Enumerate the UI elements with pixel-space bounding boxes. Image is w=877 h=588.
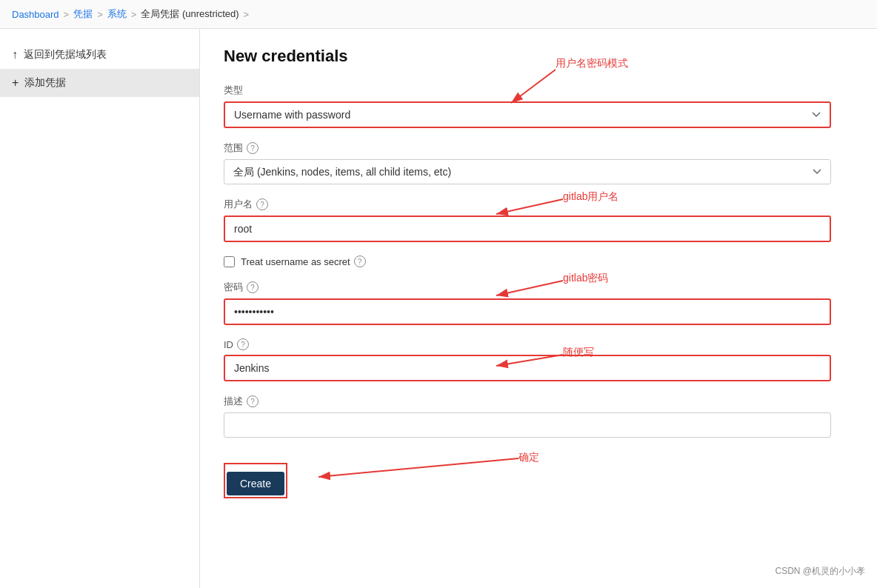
scope-group: 范围 ? 全局 (Jenkins, nodes, items, all chil… [224,141,831,184]
sidebar-back-label: 返回到凭据域列表 [24,48,107,61]
id-label: ID ? [224,338,831,350]
scope-help-icon[interactable]: ? [247,142,259,154]
breadcrumb-sep-3: > [131,9,137,20]
breadcrumb-dashboard[interactable]: Dashboard [12,9,59,20]
id-input[interactable] [224,355,831,381]
treat-secret-label: Treat username as secret ? [241,255,366,267]
description-help-icon[interactable]: ? [247,395,259,407]
sidebar-add-credentials[interactable]: + 添加凭据 [0,69,199,97]
type-group: 类型 Username with passwordSSH Username wi… [224,84,831,128]
sidebar: ↑ 返回到凭据域列表 + 添加凭据 [0,29,200,588]
scope-select[interactable]: 全局 (Jenkins, nodes, items, all child ite… [224,159,831,184]
breadcrumb-sep-1: > [64,9,70,20]
sidebar-back[interactable]: ↑ 返回到凭据域列表 [0,41,199,69]
username-label: 用户名 ? [224,198,831,211]
create-button[interactable]: Create [227,472,284,495]
breadcrumb-sep-2: > [97,9,103,20]
id-group: ID ? [224,338,831,381]
treat-secret-row: Treat username as secret ? [224,255,831,267]
breadcrumb-sep-4: > [244,9,250,20]
password-input[interactable] [224,298,831,325]
watermark: CSDN @机灵的小小孝 [775,565,865,578]
type-select[interactable]: Username with passwordSSH Username with … [224,101,831,128]
breadcrumb-credentials[interactable]: 凭据 [73,7,93,21]
password-label: 密码 ? [224,281,831,294]
breadcrumb-global: 全局凭据 (unrestricted) [141,7,239,21]
sidebar-add-label: 添加凭据 [24,76,66,90]
password-help-icon[interactable]: ? [247,281,259,293]
username-help-icon[interactable]: ? [256,198,268,210]
description-label: 描述 ? [224,395,831,408]
breadcrumb-system[interactable]: 系统 [107,7,127,21]
description-input[interactable] [224,412,831,438]
description-group: 描述 ? [224,395,831,438]
username-input[interactable] [224,216,831,242]
type-label: 类型 [224,84,831,97]
username-group: 用户名 ? [224,198,831,242]
arrow-up-icon: ↑ [12,48,18,61]
scope-label: 范围 ? [224,141,831,155]
treat-secret-checkbox[interactable] [224,256,235,267]
breadcrumb: Dashboard > 凭据 > 系统 > 全局凭据 (unrestricted… [0,0,877,29]
page-title: New credentials [224,47,853,66]
id-help-icon[interactable]: ? [237,338,249,350]
credentials-form: 类型 Username with passwordSSH Username wi… [224,84,831,498]
main-content: New credentials 类型 Username with passwor… [200,29,877,516]
treat-secret-help-icon[interactable]: ? [354,255,366,267]
plus-icon: + [12,76,19,90]
password-group: 密码 ? [224,281,831,325]
